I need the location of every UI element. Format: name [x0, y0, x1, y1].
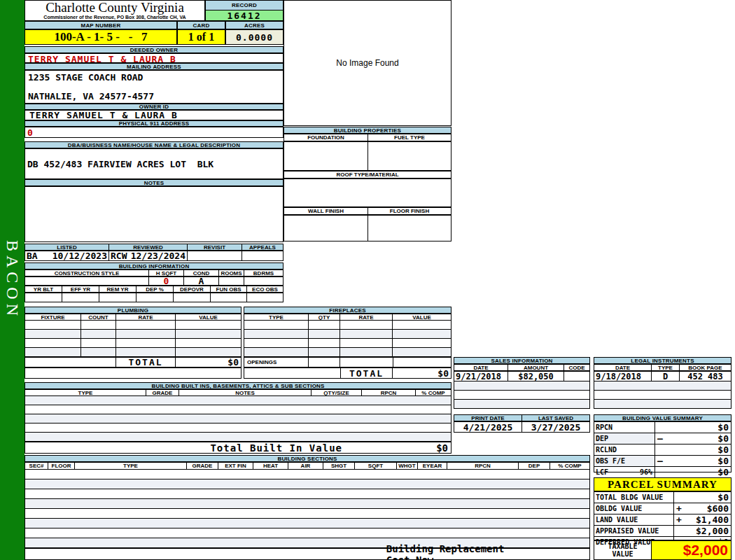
map-number-label: MAP NUMBER	[24, 21, 177, 29]
physical-address-label: PHYSICAL 911 ADDRESS	[24, 120, 284, 127]
fuel-type-value	[368, 142, 451, 170]
bvs-row: RPCN $0	[594, 422, 731, 433]
mailing-address-line1: 1235 STAGE COACH ROAD	[28, 72, 280, 83]
bvs-amount: $0	[718, 456, 729, 466]
empty-row	[25, 405, 451, 414]
legal-description-value: DB 452/483 FAIRVIEW ACRES LOT BLK	[24, 148, 284, 179]
col-sale-code: CODE	[564, 365, 589, 370]
empty-cell	[309, 321, 340, 329]
col-rate: RATE	[116, 314, 176, 320]
col-legal-bookpage: BOOK PAGE	[680, 365, 731, 370]
empty-cell	[116, 321, 176, 329]
reviewed-by: RCW	[111, 251, 127, 261]
listed-label: LISTED	[25, 244, 109, 250]
floor-finish-label: FLOOR FINISH	[368, 208, 451, 214]
empty-cell	[340, 339, 393, 347]
openings-label: OPENINGS	[244, 358, 309, 367]
empty-cell	[81, 330, 116, 338]
sales-columns: DATE AMOUNT CODE	[454, 364, 590, 371]
empty-row	[25, 396, 451, 405]
bvs-row: LCF96% $0	[594, 467, 731, 477]
empty-cell	[25, 321, 81, 329]
sales-row: 9/21/2018 $82,050	[454, 371, 590, 382]
built-ins-title: BUILDING BUILT INS, BASEMENTS, ATTICS & …	[24, 382, 451, 389]
col-fixture: FIXTURE	[25, 314, 81, 320]
building-properties-title: BUILDING PROPERTIES	[284, 127, 451, 134]
legal-type: D	[652, 372, 680, 381]
parcel-label-land: LAND VALUE	[594, 514, 674, 525]
empty-cell	[116, 348, 176, 356]
col-air: AIR	[288, 463, 323, 469]
parcel-row: APPRAISED VALUE $2,000	[594, 526, 731, 537]
empty-cell	[25, 330, 81, 338]
sale-amount: $82,050	[508, 372, 564, 381]
mailing-address-label: MAILING ADDRESS	[24, 63, 284, 70]
sidebar-district-label: BACON	[3, 240, 22, 320]
parcel-row: TOTAL BLDG VALUE $0	[594, 492, 731, 503]
built-ins-rows	[24, 396, 451, 442]
empty-cell	[25, 348, 81, 356]
parcel-summary-title: PARCEL SUMMARY	[594, 477, 732, 491]
fireplaces-rows	[244, 321, 451, 357]
title-block: Charlotte County Virginia Commissioner o…	[24, 0, 205, 21]
print-saved-header: PRINT DATE LAST SAVED	[454, 414, 590, 421]
record-label: RECORD	[205, 0, 284, 10]
empty-row	[25, 348, 241, 357]
roof-type-value	[284, 178, 451, 207]
empty-row	[454, 382, 589, 391]
col-floor: FLOOR	[48, 463, 75, 469]
col-sqft: SQFT	[355, 463, 397, 469]
empty-cell	[81, 339, 116, 347]
legal-row: 9/18/2018 D 452 483	[594, 371, 732, 382]
empty-row	[25, 433, 451, 442]
dba-label: DBA/BUISNESS NAME/HOUSE NAME & LEGAL DES…	[24, 141, 284, 148]
wall-floor-header: WALL FINISH FLOOR FINISH	[284, 207, 451, 215]
col-fp-type: TYPE	[244, 314, 309, 320]
col-legal-type: TYPE	[652, 365, 680, 370]
col-sale-date: DATE	[454, 365, 508, 370]
hsqft-value: 0	[149, 277, 184, 285]
sale-date: 9/21/2018	[454, 372, 508, 381]
empty-cell	[81, 321, 116, 329]
bvs-row: RCLND $0	[594, 444, 731, 456]
legal-columns: DATE TYPE BOOK PAGE	[594, 364, 732, 371]
foundation-value	[284, 142, 368, 170]
parcel-row: OBLDG VALUE +$600	[594, 503, 731, 514]
acres-label: ACRES	[225, 21, 284, 29]
visit-value-row: BA10/12/2023 RCW12/23/2024	[24, 251, 284, 261]
empty-row	[244, 330, 451, 339]
sidebar: BACON	[0, 0, 24, 560]
card-label: CARD	[177, 21, 225, 29]
sales-empty-rows	[454, 382, 590, 409]
bvs-label-obsfe: OBS F/E	[594, 456, 655, 466]
empty-row	[454, 391, 589, 400]
legal-bookpage: 452 483	[680, 372, 731, 381]
col-effyr: EFF YR	[62, 286, 99, 292]
reviewed-label: REVIEWED	[109, 244, 188, 250]
parcel-value-totalbldg: $0	[674, 492, 731, 503]
parcel-summary: TOTAL BLDG VALUE $0 OBLDG VALUE +$600 LA…	[594, 491, 732, 540]
fireplaces-total-row: TOTAL $0	[244, 368, 451, 379]
bvs-op: –	[657, 456, 663, 466]
empty-row	[25, 424, 451, 433]
empty-cell	[244, 321, 309, 329]
col-bs-rpcn: RPCN	[447, 463, 519, 469]
empty-row	[25, 499, 589, 509]
fireplaces-columns: TYPE QTY RATE VALUE	[244, 314, 451, 321]
building-value-summary-title: BUILDING VALUE SUMMARY	[594, 414, 732, 421]
col-bi-grade: GRADE	[146, 390, 179, 396]
col-depovr: DEPOVR	[174, 286, 211, 292]
revisit-value	[188, 251, 242, 260]
col-rooms: ROOMS	[219, 270, 244, 276]
col-extfin: EXT FIN	[218, 463, 253, 469]
col-eyear: EYEAR	[418, 463, 447, 469]
building-value-summary: RPCN $0 DEP –$0 RCLND $0 OBS F/E –$0 LCF…	[594, 421, 732, 472]
print-date-label: PRINT DATE	[454, 415, 522, 421]
building-sections-columns: SEC# FLOOR TYPE GRADE EXT FIN HEAT AIR S…	[24, 462, 590, 470]
fireplaces-total-label: TOTAL	[340, 368, 393, 378]
parcel-amount: $600	[707, 503, 729, 514]
building-sections-footer-row: Building Replacement Cost New	[24, 548, 590, 560]
col-deppct: DEP %	[136, 286, 174, 292]
col-bi-qtysize: QTY/SIZE	[312, 390, 362, 396]
parcel-amount: $1,400	[696, 514, 729, 525]
